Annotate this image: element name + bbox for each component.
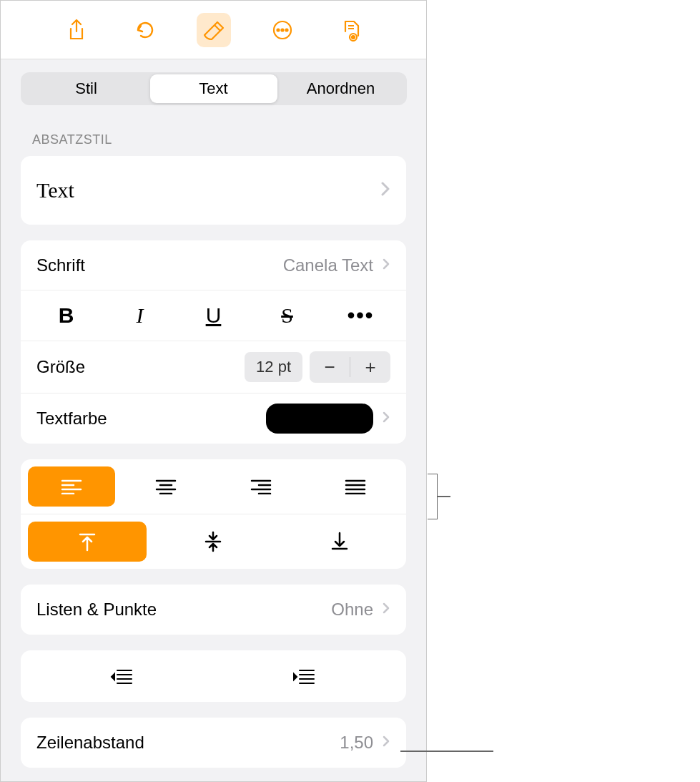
callout-line-spacing	[400, 751, 493, 752]
size-value-button[interactable]: 12 pt	[245, 352, 302, 382]
svg-point-5	[352, 36, 355, 39]
format-tabs: Stil Text Anordnen	[21, 72, 407, 105]
format-brush-button[interactable]	[197, 13, 231, 47]
tab-text[interactable]: Text	[150, 74, 277, 103]
strikethrough-button[interactable]: S	[266, 303, 309, 328]
indent-card	[21, 650, 406, 702]
align-center-button[interactable]	[122, 466, 209, 507]
vertical-align-row	[21, 514, 406, 569]
paragraph-style-card: Text	[21, 156, 406, 225]
document-options-button[interactable]	[334, 13, 368, 47]
text-color-swatch[interactable]	[266, 404, 373, 434]
top-toolbar	[1, 1, 426, 59]
svg-point-2	[281, 29, 283, 31]
svg-point-3	[285, 29, 287, 31]
svg-point-1	[277, 29, 279, 31]
tab-arrange[interactable]: Anordnen	[277, 74, 405, 103]
line-spacing-row[interactable]: Zeilenabstand 1,50	[21, 718, 406, 768]
size-label: Größe	[36, 357, 85, 377]
bold-button[interactable]: B	[45, 303, 88, 328]
paragraph-style-row[interactable]: Text	[21, 156, 406, 225]
font-size-row: Größe 12 pt − +	[21, 341, 406, 394]
text-color-label: Textfarbe	[36, 409, 107, 429]
align-right-button[interactable]	[217, 466, 305, 507]
font-row[interactable]: Schrift Canela Text	[21, 240, 406, 290]
align-justify-button[interactable]	[312, 466, 399, 507]
text-color-row[interactable]: Textfarbe	[21, 394, 406, 444]
horizontal-align-row	[21, 459, 406, 514]
font-style-buttons: B I U S •••	[21, 290, 406, 341]
lists-card: Listen & Punkte Ohne	[21, 585, 406, 635]
tab-style[interactable]: Stil	[23, 74, 150, 103]
chevron-right-icon	[382, 602, 390, 617]
indent-button[interactable]	[214, 660, 397, 692]
callout-bracket-alignment	[428, 474, 438, 519]
alignment-card	[21, 459, 406, 569]
valign-bottom-button[interactable]	[280, 522, 399, 562]
lists-value: Ohne	[331, 600, 373, 620]
outdent-button[interactable]	[31, 660, 214, 692]
font-label: Schrift	[36, 255, 85, 275]
valign-top-button[interactable]	[28, 522, 147, 562]
size-increase-button[interactable]: +	[350, 356, 390, 378]
font-card: Schrift Canela Text B I U S ••• Größe 12…	[21, 240, 406, 444]
undo-button[interactable]	[128, 13, 162, 47]
size-stepper: − +	[310, 351, 390, 383]
line-spacing-card: Zeilenabstand 1,50	[21, 718, 406, 768]
chevron-right-icon	[380, 181, 390, 200]
font-value: Canela Text	[283, 255, 373, 275]
chevron-right-icon	[382, 258, 390, 273]
line-spacing-value: 1,50	[340, 733, 373, 753]
more-button[interactable]	[265, 13, 300, 47]
underline-button[interactable]: U	[192, 303, 235, 328]
paragraph-style-header: ABSATZSTIL	[1, 115, 426, 156]
chevron-right-icon	[382, 411, 390, 426]
indent-row	[21, 650, 406, 702]
share-button[interactable]	[59, 13, 94, 47]
paragraph-style-value: Text	[36, 178, 74, 202]
format-panel: Stil Text Anordnen ABSATZSTIL Text Schri…	[0, 0, 427, 782]
lists-label: Listen & Punkte	[36, 600, 157, 620]
callout-line-alignment	[438, 496, 450, 497]
line-spacing-label: Zeilenabstand	[36, 733, 144, 753]
valign-middle-button[interactable]	[154, 522, 272, 562]
italic-button[interactable]: I	[119, 303, 162, 328]
more-font-options-button[interactable]: •••	[340, 303, 383, 328]
chevron-right-icon	[382, 735, 390, 751]
lists-row[interactable]: Listen & Punkte Ohne	[21, 585, 406, 635]
size-decrease-button[interactable]: −	[310, 356, 350, 378]
align-left-button[interactable]	[28, 466, 115, 507]
